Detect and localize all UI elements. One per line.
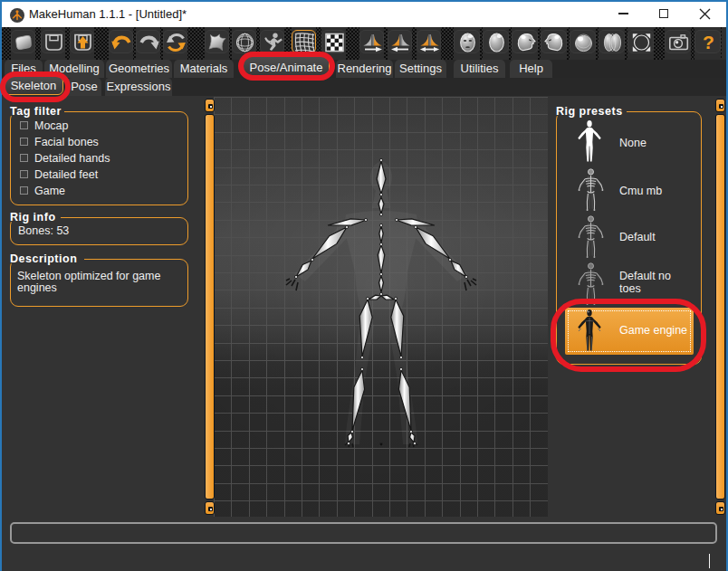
svg-text:?: ? [703, 32, 714, 52]
